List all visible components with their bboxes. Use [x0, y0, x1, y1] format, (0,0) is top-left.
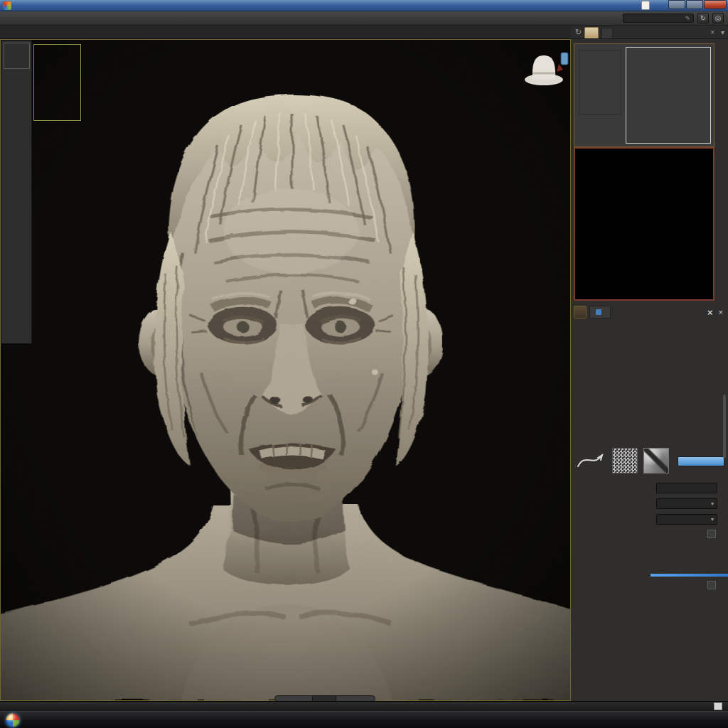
right-panel: × × ▾: [571, 39, 728, 701]
panel-collapse-icon[interactable]: ▾: [721, 26, 724, 38]
panel-scrollbar[interactable]: [723, 395, 726, 459]
app-icon: [3, 1, 11, 10]
panel-tab-close[interactable]: [601, 28, 613, 38]
param-row-1: [578, 481, 723, 494]
compare-box: [574, 43, 714, 147]
detail-close-icon[interactable]: ×: [707, 307, 713, 318]
viewport-canvas[interactable]: [0, 39, 571, 701]
target-button[interactable]: ◎: [712, 13, 724, 23]
toolbar: [0, 26, 571, 39]
edit-icon: ✎: [685, 15, 690, 22]
search-box[interactable]: ✎: [623, 14, 694, 23]
intensity-slider[interactable]: [678, 456, 724, 466]
titlebar-note: [641, 1, 650, 10]
param-select-3[interactable]: ▾: [656, 514, 717, 525]
param-select-2[interactable]: ▾: [656, 498, 717, 509]
maximize-button[interactable]: [686, 0, 703, 9]
alpha-texture-thumb[interactable]: [612, 448, 638, 473]
application-window: ✎ ↻ ◎ ↻ × ▾: [0, 0, 728, 728]
minimize-button[interactable]: [668, 0, 685, 9]
tab-blue-icon: [596, 309, 601, 315]
materials-section: [581, 530, 723, 538]
tab-active[interactable]: [574, 306, 587, 318]
menu-bar: ✎ ↻ ◎: [0, 11, 728, 26]
title-bar: [0, 0, 728, 11]
status-bar: [0, 701, 728, 711]
reference-thumbnail[interactable]: [33, 44, 81, 121]
start-button[interactable]: [6, 713, 20, 727]
close-button[interactable]: [704, 0, 727, 9]
status-chip: [714, 702, 722, 710]
texture-thumb[interactable]: [643, 448, 669, 473]
tool-strip: [1, 41, 32, 343]
param-select-1[interactable]: [656, 483, 717, 493]
panel-refresh-icon[interactable]: ↻: [575, 26, 582, 38]
compare-thumb-large[interactable]: [626, 47, 711, 144]
swatch-underline: [651, 574, 728, 577]
active-tool-thumbnail[interactable]: [4, 43, 30, 69]
tab-second[interactable]: [589, 306, 611, 318]
stroke-curve-icon[interactable]: [575, 449, 606, 472]
detail-portrait[interactable]: [574, 147, 714, 301]
param-row-2: ▾: [578, 497, 723, 510]
sculpt-model[interactable]: [1, 40, 570, 700]
param-row-3: ▾: [578, 513, 723, 525]
compare-thumb-small[interactable]: [579, 50, 621, 115]
stroke-settings-row: [575, 446, 724, 476]
coasts-row: [579, 581, 723, 589]
panel-close-icon[interactable]: ×: [710, 26, 714, 38]
panel-header: ↻ × ▾: [571, 26, 728, 39]
detail-close2-icon[interactable]: ×: [719, 308, 723, 316]
panel-tab-active[interactable]: [584, 27, 599, 38]
tophat-icon[interactable]: [523, 48, 570, 90]
scrollbar-thumb[interactable]: [312, 696, 336, 701]
refresh-button[interactable]: ↻: [697, 13, 709, 23]
material-swatches: [577, 541, 724, 575]
detail-tabs: × ×: [574, 304, 726, 320]
materials-menu-icon[interactable]: [707, 530, 716, 538]
coasts-menu-icon[interactable]: [707, 581, 716, 589]
taskbar: [0, 711, 728, 728]
